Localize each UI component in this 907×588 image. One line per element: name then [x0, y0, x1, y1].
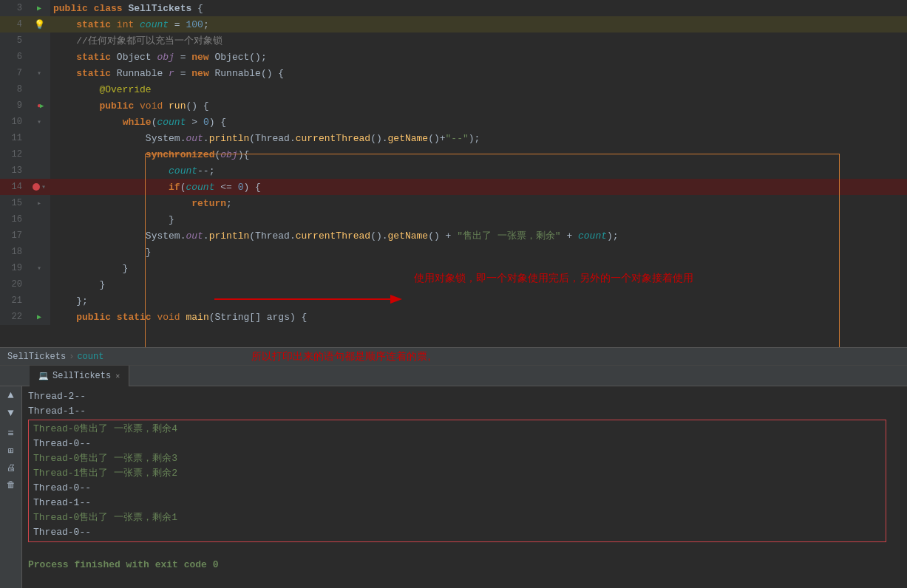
code-line-17: 17 System.out.println(Thread.currentThre…	[0, 228, 907, 244]
gutter-10[interactable]: ▾	[28, 114, 50, 130]
console-line-7: Thread-0售出了 一张票，剩余1	[33, 510, 881, 525]
code-line-11: 11 System.out.println(Thread.currentThre…	[0, 130, 907, 146]
filter-btn[interactable]: ⊞	[8, 445, 13, 457]
run-icon-22[interactable]: ▶	[37, 312, 41, 321]
gutter-21	[28, 293, 50, 309]
gutter-8	[28, 81, 50, 98]
fold-icon-7[interactable]: ▾	[37, 69, 41, 78]
gutter-17	[28, 228, 50, 244]
gutter-14[interactable]: ▾	[28, 179, 50, 195]
fold-icon-10[interactable]: ▾	[37, 117, 41, 126]
annotation-text-1: 使用对象锁，即一个对象使用完后，另外的一个对象接着使用	[414, 272, 693, 285]
breadcrumb-field[interactable]: count	[77, 352, 103, 362]
annotation-text-2-inline: 所以打印出来的语句都是顺序连着的票,	[251, 350, 430, 363]
line-number-6: 6	[0, 49, 28, 65]
fold-icon-14[interactable]: ▾	[41, 182, 46, 191]
wrap-btn[interactable]: ≡	[7, 428, 13, 440]
breadcrumb-separator: ›	[69, 352, 74, 362]
console-line-8: Thread-0--	[33, 525, 881, 540]
line-number-21: 21	[0, 293, 28, 309]
line-content-10: while(count > 0) {	[50, 114, 907, 130]
line-number-5: 5	[0, 33, 28, 49]
line-content-3: public class SellTickets {	[50, 0, 907, 16]
line-content-5: //任何对象都可以充当一个对象锁	[50, 33, 907, 49]
gutter-13	[28, 163, 50, 179]
scroll-down-btn[interactable]: ▼	[7, 407, 13, 419]
line-content-15: return;	[50, 195, 907, 211]
gutter-22[interactable]: ▶	[28, 309, 50, 325]
gutter-5	[28, 33, 50, 49]
gutter-9[interactable]: ● ▶	[28, 98, 50, 114]
code-line-5: 5 //任何对象都可以充当一个对象锁	[0, 33, 907, 49]
run-arrow-9[interactable]: ▶	[40, 102, 44, 110]
code-line-21: 21 };	[0, 293, 907, 309]
line-number-3: 3	[0, 0, 28, 16]
console-line-thread1: Thread-1--	[28, 404, 901, 419]
line-content-11: System.out.println(Thread.currentThread(…	[50, 130, 907, 146]
line-number-11: 11	[0, 130, 28, 146]
breadcrumb-bar: SellTickets › count 所以打印出来的语句都是顺序连着的票,	[0, 347, 907, 365]
console-tab-label: SellTickets	[52, 371, 111, 381]
editor-area: 3 ▶ public class SellTickets { 4 💡 stati…	[0, 0, 907, 347]
gutter-19[interactable]: ▾	[28, 260, 50, 276]
code-line-8: 8 @Override	[0, 81, 907, 98]
gutter-3[interactable]: ▶	[28, 0, 50, 16]
line-number-20: 20	[0, 276, 28, 293]
console-tab-icon: 💻	[38, 371, 49, 380]
console-line-thread2: Thread-2--	[28, 389, 901, 404]
panel-tabs: 💻 SellTickets ✕	[0, 366, 907, 386]
line-number-8: 8	[0, 81, 28, 98]
line-number-19: 19	[0, 260, 28, 276]
line-number-4: 4	[0, 16, 28, 33]
line-content-6: static Object obj = new Object();	[50, 49, 907, 65]
gutter-20	[28, 276, 50, 293]
console-tab[interactable]: 💻 SellTickets ✕	[30, 366, 129, 386]
line-content-18: }	[50, 244, 907, 260]
line-number-22: 22	[0, 309, 28, 325]
code-line-6: 6 static Object obj = new Object();	[0, 49, 907, 65]
run-icon-3[interactable]: ▶	[37, 4, 41, 13]
line-number-18: 18	[0, 244, 28, 260]
fold-icon-15[interactable]: ▸	[37, 199, 41, 208]
line-number-12: 12	[0, 146, 28, 163]
console-line-3: Thread-0售出了 一张票，剩余3	[33, 451, 881, 466]
gutter-16	[28, 211, 50, 228]
code-line-18: 18 }	[0, 244, 907, 260]
gutter-15[interactable]: ▸	[28, 195, 50, 211]
panel-sidebar: ▲ ▼ ≡ ⊞ 🖨 🗑	[0, 386, 22, 588]
console-line-6: Thread-1--	[33, 496, 881, 510]
line-number-15: 15	[0, 195, 28, 211]
scroll-up-btn[interactable]: ▲	[7, 389, 13, 401]
line-number-13: 13	[0, 163, 28, 179]
line-content-17: System.out.println(Thread.currentThread(…	[50, 228, 907, 244]
code-line-16: 16 }	[0, 211, 907, 228]
code-line-14: 14 ▾ if(count <= 0) {	[0, 179, 907, 195]
line-content-14: if(count <= 0) {	[50, 179, 907, 195]
breadcrumb-class[interactable]: SellTickets	[7, 352, 66, 362]
gutter-11	[28, 130, 50, 146]
line-number-9: 9	[0, 98, 28, 114]
code-line-22: 22 ▶ public static void main(String[] ar…	[0, 309, 907, 325]
console-output[interactable]: Thread-2-- Thread-1-- Thread-0售出了 一张票，剩余…	[22, 386, 907, 588]
fold-icon-19[interactable]: ▾	[37, 264, 41, 273]
process-finished-line: Process finished with exit code 0	[28, 558, 901, 572]
warning-icon-4: 💡	[34, 19, 45, 30]
clear-btn[interactable]: 🗑	[7, 479, 16, 490]
console-line-blank	[28, 543, 901, 558]
console-line-5: Thread-0--	[33, 481, 881, 496]
line-content-8: @Override	[50, 81, 907, 98]
line-number-10: 10	[0, 114, 28, 130]
console-line-4: Thread-1售出了 一张票，剩余2	[33, 466, 881, 481]
console-tab-close[interactable]: ✕	[115, 372, 120, 380]
gutter-4: 💡	[28, 16, 50, 33]
gutter-18	[28, 244, 50, 260]
line-content-9: public void run() {	[50, 98, 907, 114]
breakpoint-14[interactable]	[33, 183, 40, 191]
line-content-13: count--;	[50, 163, 907, 179]
gutter-7[interactable]: ▾	[28, 65, 50, 81]
code-line-13: 13 count--;	[0, 163, 907, 179]
print-btn[interactable]: 🖨	[7, 462, 16, 474]
console-boxed-section: Thread-0售出了 一张票，剩余4 Thread-0-- Thread-0售…	[28, 420, 886, 542]
console-line-1: Thread-0售出了 一张票，剩余4	[33, 422, 881, 437]
line-content-21: };	[50, 293, 907, 309]
